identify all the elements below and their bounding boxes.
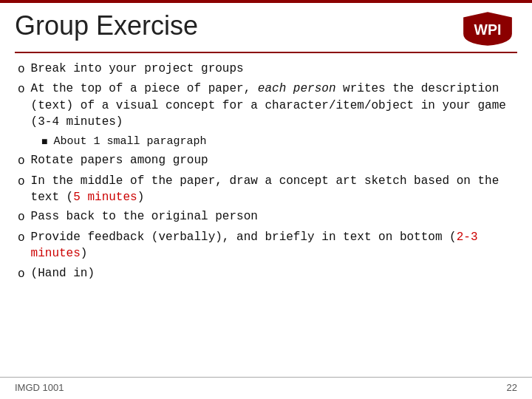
- bullet-text-2: At the top of a piece of paper, each per…: [31, 81, 514, 130]
- italic-each-person: each person: [258, 82, 336, 95]
- bullet-item-2: o At the top of a piece of paper, each p…: [18, 81, 514, 130]
- bullet-marker-6: o: [18, 230, 25, 246]
- highlight-5min: 5 minutes: [73, 191, 137, 204]
- bullet-marker-2: o: [18, 81, 25, 98]
- bullet-marker-3: o: [18, 153, 25, 169]
- bullet-text-1: Break into your project groups: [31, 61, 514, 77]
- bullet-marker-7: o: [18, 266, 25, 282]
- bullet-text-4: In the middle of the paper, draw a conce…: [31, 173, 514, 206]
- bullet-item-3: o Rotate papers among group: [18, 152, 514, 169]
- highlight-23min: 2-3 minutes: [31, 231, 478, 260]
- bullet-text-7: (Hand in): [31, 265, 514, 282]
- slide-title: Group Exercise: [15, 10, 198, 41]
- content-area: o Break into your project groups o At th…: [0, 53, 532, 377]
- footer-right: 22: [507, 382, 517, 393]
- header: Group Exercise WPI: [0, 3, 532, 52]
- wpi-logo: WPI: [458, 10, 517, 47]
- sub-bullet-text-1: About 1 small paragraph: [53, 134, 514, 149]
- svg-text:WPI: WPI: [474, 21, 502, 38]
- bullet-marker-1: o: [18, 61, 25, 78]
- bullet-text-3: Rotate papers among group: [31, 152, 514, 168]
- bullet-marker-5: o: [18, 209, 25, 225]
- bullet-text-6: Provide feedback (verbally), and briefly…: [31, 229, 514, 262]
- bullet-item-1: o Break into your project groups: [18, 61, 514, 78]
- sub-bullet-item-1: ■ About 1 small paragraph: [41, 134, 514, 150]
- bullet-item-5: o Pass back to the original person: [18, 208, 514, 225]
- slide: Group Exercise WPI o Break into your pro…: [0, 0, 532, 399]
- bullet-text-5: Pass back to the original person: [31, 208, 514, 225]
- sub-bullet-marker-1: ■: [41, 135, 47, 150]
- footer-left: IMGD 1001: [15, 382, 64, 393]
- footer: IMGD 1001 22: [0, 377, 532, 399]
- bullet-item-7: o (Hand in): [18, 265, 514, 282]
- bullet-marker-4: o: [18, 174, 25, 190]
- bullet-item-4: o In the middle of the paper, draw a con…: [18, 173, 514, 206]
- bullet-item-6: o Provide feedback (verbally), and brief…: [18, 229, 514, 262]
